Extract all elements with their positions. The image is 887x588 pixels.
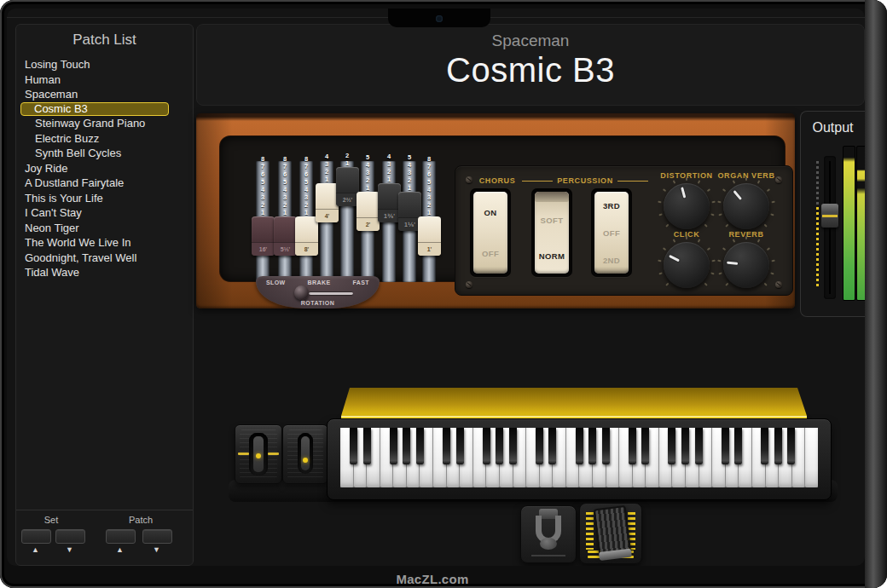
drawbar-handle[interactable]: 5⅓' (274, 216, 297, 256)
drawbar-handle[interactable]: 2⅔' (336, 167, 359, 206)
expression-pedal-icon (594, 505, 632, 556)
patch-list-item[interactable]: Joy Ride (16, 161, 193, 176)
patch-list-footer: Set Patch ▲ ▼ ▲ ▼ (16, 510, 193, 565)
piano-key-black[interactable] (403, 428, 410, 464)
set-prev-button[interactable] (21, 529, 51, 544)
fader-scale-dots (816, 161, 820, 289)
piano-key-black[interactable] (548, 428, 556, 464)
rotation-slider-slot (309, 291, 353, 295)
piano-key-black[interactable] (588, 428, 596, 464)
percussion-label: PERCUSSION (522, 176, 648, 185)
patch-down-arrow[interactable]: ▼ (142, 545, 171, 554)
drawbar-handle[interactable]: 8' (295, 216, 318, 256)
piano-key-black[interactable] (774, 428, 782, 464)
patch-list-item[interactable]: Losing Touch (16, 57, 193, 72)
chorus-switch[interactable]: ONOFF (470, 188, 511, 277)
patch-up-arrow[interactable]: ▲ (105, 545, 135, 554)
patch-list-item[interactable]: Cosmic B3 (20, 102, 169, 117)
drawbar-handle[interactable]: 1⅗' (378, 183, 401, 222)
patch-list-item[interactable]: A Dustland Fairytale (16, 176, 193, 191)
piano-key-black[interactable] (496, 428, 503, 464)
expression-pedal[interactable] (579, 503, 642, 564)
patch-label: Patch (113, 515, 169, 525)
pitch-bend-wheel[interactable] (235, 424, 282, 484)
piano-key-black[interactable] (787, 428, 795, 464)
piano-key-black[interactable] (483, 428, 490, 464)
app-window: Patch List Losing TouchHumanSpacemanCosm… (7, 9, 865, 566)
sustain-pedal[interactable] (520, 505, 577, 563)
piano-key-black[interactable] (390, 428, 397, 464)
percussion-harmonic-switch[interactable]: 3RDOFF2ND (591, 188, 632, 277)
patch-list-panel: Patch List Losing TouchHumanSpacemanCosm… (15, 24, 194, 566)
switch-option-norm[interactable]: NORM (535, 238, 569, 274)
volume-fader-track[interactable] (824, 156, 836, 299)
set-up-arrow[interactable]: ▲ (20, 545, 50, 554)
switch-option-2nd[interactable]: 2ND (594, 246, 629, 274)
expression-scale-ticks (586, 512, 594, 550)
piano-keyboard (327, 418, 832, 500)
switch-option-soft[interactable]: SOFT (535, 202, 569, 238)
rotation-brake-label: BRAKE (308, 280, 331, 285)
organ-control-panel: CHORUS PERCUSSION ONOFF SOFTNORM 3RDOFF2… (455, 165, 793, 296)
screw-icon (466, 281, 472, 288)
percussion-mode-switch[interactable]: SOFTNORM (531, 188, 572, 277)
camera-icon (436, 15, 443, 22)
set-down-arrow[interactable]: ▼ (55, 545, 84, 554)
switch-option-off[interactable]: OFF (594, 219, 629, 246)
piano-key-black[interactable] (443, 428, 450, 464)
patch-next-button[interactable] (142, 529, 172, 544)
switch-option-off[interactable]: OFF (473, 233, 507, 274)
organ-plugin-panel: 1234567816'123456785⅓'123456788'12344'12… (196, 113, 795, 308)
piano-key-black[interactable] (641, 428, 649, 464)
patch-list-item[interactable]: I Can't Stay (16, 205, 193, 221)
piano-key-black[interactable] (761, 428, 768, 464)
patch-list-item[interactable]: This is Your Life (16, 191, 193, 206)
drawbar-1[interactable]: 12341⅗' (378, 161, 401, 304)
piano-key-black[interactable] (350, 428, 357, 464)
mod-wheel[interactable] (282, 424, 328, 484)
macbook-frame: Patch List Losing TouchHumanSpacemanCosm… (0, 0, 887, 588)
piano-key-black[interactable] (722, 428, 729, 464)
organ-faceplate: 1234567816'123456785⅓'123456788'12344'12… (220, 136, 785, 281)
patch-list-item[interactable]: Neon Tiger (16, 221, 193, 236)
patch-list-item[interactable]: Goodnight, Travel Well (16, 251, 193, 266)
drawbar-handle[interactable]: 2' (357, 192, 380, 231)
watermark: MacZL.com (0, 572, 865, 586)
piano-key-black[interactable] (416, 428, 424, 464)
patch-list-item[interactable]: Spaceman (16, 87, 193, 102)
patch-list-item[interactable]: Tidal Wave (16, 265, 193, 280)
rotation-slow-label: SLOW (266, 280, 286, 285)
switch-option-3rd[interactable]: 3RD (594, 192, 629, 219)
patch-list-item[interactable]: Electric Buzz (16, 131, 193, 147)
volume-fader-handle[interactable] (821, 204, 838, 228)
piano-key-black[interactable] (668, 428, 675, 464)
rotation-fast-label: FAST (353, 280, 370, 285)
piano-key-black[interactable] (576, 428, 583, 464)
piano-key-black[interactable] (602, 428, 610, 464)
piano-key-black[interactable] (681, 428, 689, 464)
patch-list-item[interactable]: Synth Bell Cycles (16, 146, 193, 161)
page-title: Cosmic B3 (197, 51, 864, 89)
rotation-slider-knob[interactable] (294, 285, 309, 300)
patch-list-item[interactable]: Human (16, 72, 193, 88)
output-panel: Output (800, 111, 865, 317)
level-meter-right (856, 146, 865, 301)
patch-list-item[interactable]: Steinway Grand Piano (16, 116, 193, 131)
drawbar-1[interactable]: 123456781' (418, 161, 441, 304)
patch-prev-button[interactable] (106, 529, 136, 544)
piano-key-black[interactable] (363, 428, 371, 464)
drawbar-handle[interactable]: 1' (418, 216, 441, 256)
drawbar-handle[interactable]: 4' (316, 183, 339, 222)
piano-key-black[interactable] (456, 428, 464, 464)
patch-list-item[interactable]: The World We Live In (16, 235, 193, 251)
piano-key-black[interactable] (509, 428, 517, 464)
piano-key-black[interactable] (629, 428, 636, 464)
piano-key-white[interactable] (805, 428, 818, 487)
set-next-button[interactable] (55, 529, 85, 544)
knob-reverb[interactable] (716, 235, 776, 295)
drawbar-handle[interactable]: 16' (252, 216, 275, 256)
piano-key-black[interactable] (695, 428, 703, 464)
piano-key-black[interactable] (734, 428, 742, 464)
piano-key-black[interactable] (536, 428, 543, 464)
switch-option-on[interactable]: ON (473, 192, 507, 233)
